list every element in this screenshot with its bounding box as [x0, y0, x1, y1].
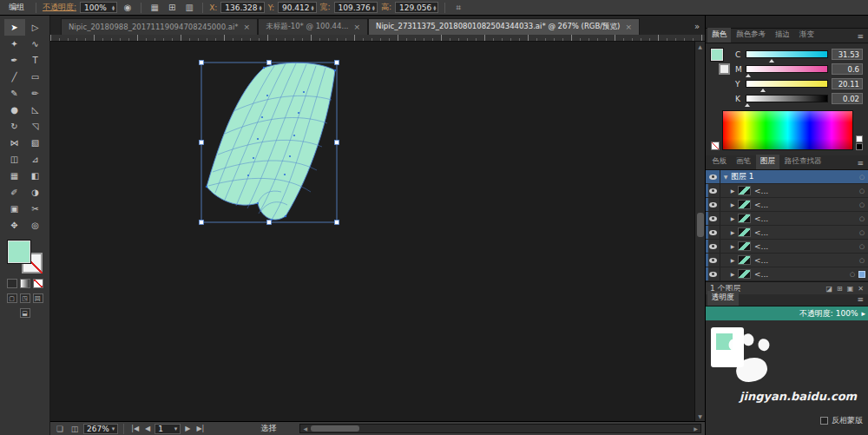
pen-tool[interactable]: ✒ — [4, 52, 25, 69]
new-layer-icon[interactable]: ▣ — [847, 285, 854, 293]
lasso-tool[interactable]: ∿ — [25, 36, 46, 52]
slider-marker[interactable] — [746, 74, 751, 77]
align-icon-1[interactable]: ▦ — [148, 2, 161, 13]
spinner-icon[interactable]: ▲▼ — [433, 5, 436, 10]
align-icon-2[interactable]: ⊞ — [165, 2, 179, 13]
document-tab-1[interactable]: Nipic_20180988_20171119094708245000.ai* … — [61, 18, 258, 35]
scroll-up-icon[interactable]: ▲ — [698, 42, 702, 51]
slider-marker[interactable] — [769, 59, 774, 63]
fill-swatch-mini[interactable] — [711, 49, 723, 61]
mesh-artwork-selected[interactable] — [198, 59, 347, 229]
tab-pathfinder[interactable]: 路径查找器 — [780, 155, 826, 169]
layer-row[interactable]: ▶ <... ○ — [706, 240, 868, 254]
direct-selection-tool[interactable]: ▷ — [25, 19, 46, 36]
target-icon[interactable]: ○ — [856, 188, 868, 194]
tab-color-guide[interactable]: 颜色参考 — [732, 28, 770, 43]
invert-mask-checkbox[interactable] — [820, 417, 828, 425]
none-button[interactable] — [33, 279, 43, 288]
yellow-slider[interactable] — [746, 80, 828, 88]
selection-tool[interactable]: ➤ — [4, 19, 25, 36]
width-input[interactable]: 109.376 ▲▼ — [334, 2, 378, 13]
layer-row[interactable]: ▶ <... ○ — [706, 226, 868, 240]
zoom-level-input[interactable]: 267% ▾ — [83, 424, 118, 434]
fill-swatch[interactable] — [8, 241, 30, 263]
spinner-icon[interactable]: ▲▼ — [112, 5, 115, 10]
type-tool[interactable]: T — [25, 52, 46, 69]
target-icon[interactable]: ○ — [856, 174, 868, 181]
scroll-right-icon[interactable]: ▶ — [691, 425, 700, 432]
recolor-artwork-icon[interactable]: ◉ — [121, 2, 135, 13]
visibility-toggle[interactable] — [706, 240, 720, 253]
y-input[interactable]: 90.412 ▲▼ — [278, 2, 317, 13]
layer-name[interactable]: <... — [754, 201, 856, 209]
visibility-toggle[interactable] — [706, 184, 720, 197]
target-icon[interactable]: ○ — [856, 201, 868, 208]
magenta-value-input[interactable]: 0.6 — [832, 63, 863, 75]
target-icon[interactable]: ○ — [856, 229, 868, 236]
new-sublayer-icon[interactable]: ⊞ — [837, 285, 843, 293]
tab-swatches[interactable]: 色板 — [707, 155, 731, 169]
visibility-toggle[interactable] — [706, 226, 720, 239]
spinner-icon[interactable]: ▲▼ — [260, 5, 262, 10]
line-segment-tool[interactable]: ╱ — [4, 69, 25, 85]
layer-name[interactable]: <... — [754, 228, 856, 237]
white-swatch[interactable] — [856, 135, 863, 142]
visibility-toggle[interactable] — [706, 198, 720, 211]
chevron-double-right-icon[interactable]: » — [694, 22, 705, 35]
previous-artboard-button[interactable]: ◀ — [143, 425, 152, 432]
expand-icon[interactable]: ▶ — [727, 188, 738, 194]
cyan-value-input[interactable]: 31.53 — [832, 49, 863, 60]
zoom-tool[interactable]: ◎ — [25, 217, 46, 234]
opacity-row-highlighted[interactable]: 不透明度: 100% ▸ — [706, 306, 868, 320]
yellow-value-input[interactable]: 20.11 — [832, 78, 863, 89]
draw-normal-button[interactable]: ▢ — [7, 293, 17, 303]
draw-inside-button[interactable]: 回 — [33, 293, 43, 303]
black-value-input[interactable]: 0.02 — [832, 93, 863, 104]
delete-layer-icon[interactable]: ✕ — [858, 285, 864, 293]
object-thumbnail[interactable] — [711, 327, 744, 367]
first-artboard-button[interactable]: |◀ — [129, 425, 141, 432]
scale-tool[interactable]: ◹ — [25, 118, 46, 135]
tab-stroke[interactable]: 描边 — [771, 28, 794, 43]
visibility-toggle[interactable] — [706, 254, 720, 267]
expand-icon[interactable]: ▶ — [727, 201, 738, 208]
layer-name[interactable]: <... — [754, 214, 856, 223]
paintbrush-tool[interactable]: ✎ — [4, 85, 25, 102]
eraser-tool[interactable]: ◺ — [25, 102, 46, 118]
hand-tool[interactable]: ✥ — [4, 217, 25, 234]
target-icon[interactable]: ○ — [856, 243, 868, 250]
vertical-scroll-thumb[interactable] — [697, 213, 704, 237]
height-input[interactable]: 129.056 ▲▼ — [395, 2, 438, 13]
invert-mask-option[interactable]: 反相蒙版 — [820, 415, 863, 426]
layer-name[interactable]: <... — [754, 256, 856, 265]
document-tab-2[interactable]: 未标题-10* @ 100.44... × — [258, 18, 368, 35]
magic-wand-tool[interactable]: ✦ — [4, 36, 25, 52]
none-swatch[interactable] — [711, 142, 720, 150]
layer-row[interactable]: ▶ <... ○ — [706, 254, 868, 267]
close-icon[interactable]: × — [244, 23, 251, 31]
black-swatch[interactable] — [856, 143, 863, 150]
artboard-number-input[interactable]: 1 ▾ — [155, 424, 181, 434]
close-icon[interactable]: × — [354, 23, 361, 31]
caret-right-icon[interactable]: ▸ — [861, 309, 865, 318]
align-icon-3[interactable]: ▥ — [182, 2, 196, 13]
panel-menu-icon[interactable]: ≡ — [854, 32, 866, 43]
make-clipping-mask-icon[interactable]: ◪ — [825, 285, 832, 293]
horizontal-scrollbar[interactable]: ◀ ▶ — [299, 424, 701, 433]
rectangle-tool[interactable]: ▭ — [25, 69, 46, 85]
expand-icon[interactable]: ▼ — [720, 174, 731, 180]
slice-tool[interactable]: ✂ — [25, 201, 46, 217]
x-input[interactable]: 136.328 ▲▼ — [220, 2, 264, 13]
gradient-button[interactable] — [20, 279, 30, 288]
mesh-tool[interactable]: ▦ — [4, 168, 25, 184]
layer-row-selected-art[interactable]: ▶ <... ○ — [706, 267, 868, 281]
tab-brushes[interactable]: 画笔 — [732, 155, 755, 169]
target-icon[interactable]: ○ — [846, 271, 858, 278]
document-icon[interactable]: ❏ — [54, 425, 66, 433]
draw-behind-button[interactable]: ◳ — [20, 293, 30, 303]
artboard-tool[interactable]: ▣ — [4, 201, 25, 217]
expand-icon[interactable]: ▶ — [727, 215, 738, 221]
visibility-toggle[interactable] — [706, 170, 720, 183]
layer-row[interactable]: ▶ <... ○ — [706, 184, 868, 198]
layer-name[interactable]: <... — [754, 270, 846, 279]
